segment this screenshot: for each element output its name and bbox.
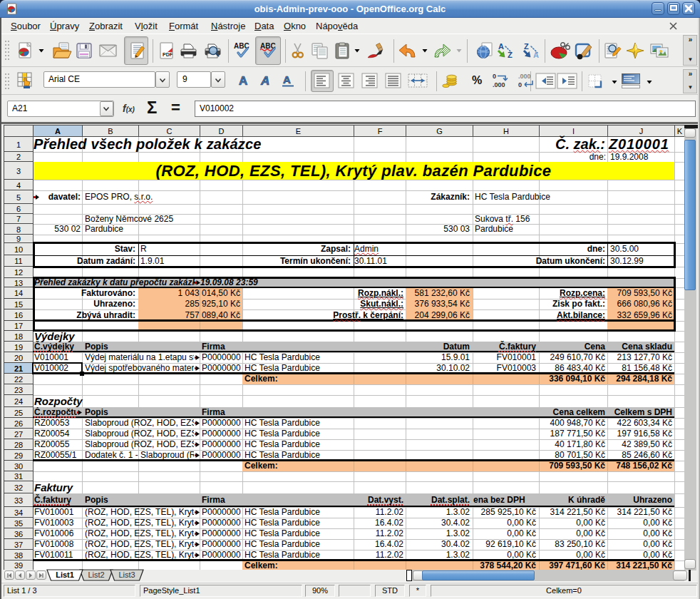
svg-text:Z: Z [508, 51, 513, 59]
svg-text:Z: Z [524, 42, 529, 51]
svg-text:A: A [498, 42, 504, 51]
svg-text:0: 0 [493, 73, 496, 80]
svg-text:.000: .000 [493, 81, 505, 88]
svg-text:PDF: PDF [163, 52, 173, 57]
svg-text:.000: .000 [518, 73, 531, 80]
svg-text:A: A [283, 73, 291, 86]
svg-text:0: 0 [518, 81, 522, 88]
svg-text:A: A [260, 74, 269, 88]
svg-text:A: A [533, 51, 539, 59]
svg-text:A: A [239, 74, 247, 88]
